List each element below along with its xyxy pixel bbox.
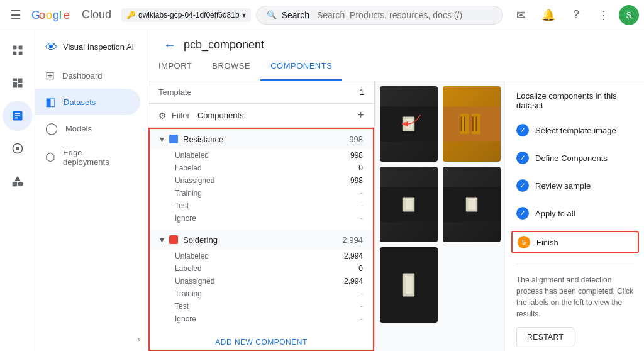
image-card-5[interactable] [380,247,438,323]
resistance-ignore-row: Ignore - [160,212,363,225]
sidebar-item-models[interactable] [3,133,33,164]
svg-point-14 [16,147,19,150]
svg-rect-24 [461,117,462,131]
topbar: ☰ G o o g l e Cloud 🔑 qwiklabs-gcp-04-1d… [0,0,644,30]
resistance-unassigned-row: Unassigned 998 [160,174,363,187]
tab-components[interactable]: COMPONENTS [260,52,342,81]
svg-rect-26 [464,117,465,131]
sidebar-item-edge-deployments[interactable] [3,166,33,196]
step-select-template: ✓ Select template image [516,120,634,140]
filter-value: Components [197,111,244,120]
help-icon[interactable]: ? [564,3,589,28]
nav-item-datasets-label: Datasets [64,98,96,107]
soldering-test-label: Test [175,302,189,311]
email-icon[interactable]: ✉ [508,3,533,28]
resistance-chevron-icon: ▾ [160,134,164,144]
soldering-unlabeled-row: Unlabeled 2,994 [160,250,363,262]
collapse-icon: ‹ [138,334,140,343]
image-card-1[interactable] [380,86,438,162]
step-check-2: ✓ [516,152,529,164]
component-header-resistance[interactable]: ▾ Resistance 998 [150,129,373,149]
main-content: ← pcb_component IMPORT BROWSE COMPONENTS… [148,30,644,351]
image-card-4[interactable] [443,167,501,242]
svg-rect-16 [12,182,17,187]
nav-item-models[interactable]: ◯ Models [35,115,140,142]
svg-point-15 [18,182,23,187]
menu-icon[interactable]: ☰ [5,3,26,28]
nav-item-datasets[interactable]: ◧ Datasets [35,89,140,115]
svg-rect-28 [474,117,475,131]
add-filter-button[interactable]: + [357,109,364,122]
google-cloud-logo: G o o g l e Cloud [31,8,111,23]
account-key-icon: 🔑 [126,11,136,20]
svg-text:g: g [53,9,59,21]
filter-label: Filter [172,111,190,120]
soldering-unassigned-label: Unassigned [175,277,214,286]
step-label-1: Select template image [535,126,616,135]
svg-rect-27 [472,117,474,131]
sidebar-item-apps[interactable] [3,35,33,65]
component-section-resistance: ▾ Resistance 998 Unlabeled 998 Labeled [150,129,373,230]
svg-rect-12 [13,82,17,87]
soldering-test-row: Test - [160,300,363,313]
sidebar-item-datasets[interactable] [3,101,33,131]
svg-rect-10 [13,79,17,81]
add-new-component-button[interactable]: ADD NEW COMPONENT [150,330,373,351]
image-card-3[interactable] [380,167,438,242]
components-panel: Template 1 ⚙ Filter Components + ▾ [148,81,375,351]
avatar[interactable]: S [619,5,639,25]
content-tabs: IMPORT BROWSE COMPONENTS [148,52,644,81]
breadcrumb-row: ← pcb_component [148,30,644,52]
step-label-4: Apply to all [535,209,575,218]
soldering-ignore-value: - [360,315,363,323]
svg-text:l: l [59,9,62,21]
tab-import[interactable]: IMPORT [148,52,202,81]
step-define-components: ✓ Define Components [516,148,634,168]
nav-item-edge-deployments[interactable]: ⬡ Edge deployments [35,142,140,173]
account-label: qwiklabs-gcp-04-1df0eff6d81b [138,11,240,20]
component-header-soldering[interactable]: ▾ Soldering 2,994 [150,230,373,250]
step-label-5: Finish [536,238,558,247]
soldering-ignore-row: Ignore - [160,313,363,325]
search-input[interactable] [317,10,492,20]
svg-rect-6 [13,46,16,50]
nav-collapse-button[interactable]: ‹ [35,326,148,351]
soldering-labeled-value: 0 [358,264,363,273]
resistance-color-box [169,135,178,143]
page-title: pcb_component [184,38,264,52]
search-bar[interactable]: 🔍 Search [256,6,503,25]
svg-rect-29 [475,117,477,131]
nav-item-dashboard[interactable]: ⊞ Dashboard [35,62,140,89]
sidebar-item-dashboard[interactable] [3,68,33,98]
svg-text:e: e [64,9,70,21]
notifications-icon[interactable]: 🔔 [536,3,561,28]
step-label-2: Define Components [535,153,608,163]
svg-rect-38 [405,276,412,294]
svg-rect-7 [18,46,22,50]
nav-item-models-label: Models [65,124,92,133]
tab-browse[interactable]: BROWSE [202,52,260,81]
more-options-icon[interactable]: ⋮ [591,3,616,28]
svg-rect-9 [18,52,22,55]
visual-inspection-icon: 👁 [45,40,58,55]
account-selector[interactable]: 🔑 qwiklabs-gcp-04-1df0eff6d81b ▾ [121,8,251,22]
dashboard-nav-icon: ⊞ [45,69,55,82]
resistance-labeled-label: Labeled [175,164,202,172]
soldering-training-row: Training - [160,287,363,300]
cloud-text: Cloud [82,8,111,21]
resistance-test-value: - [360,201,363,210]
resistance-name: Resistance [183,135,344,144]
search-icon: 🔍 [267,10,277,20]
resistance-training-label: Training [175,189,202,198]
svg-rect-19 [405,119,412,130]
step-review-sample: ✓ Review sample [516,176,634,196]
step-check-3: ✓ [516,179,529,192]
pcb-image-3-svg [380,167,438,242]
restart-button[interactable]: RESTART [516,327,574,347]
template-row: Template 1 [148,81,374,104]
image-card-2[interactable] [443,86,501,162]
resistance-unlabeled-value: 998 [350,151,363,160]
resistance-test-label: Test [175,201,189,210]
back-button[interactable]: ← [164,38,176,52]
soldering-details: Unlabeled 2,994 Labeled 0 Unassigned 2,9… [150,250,373,330]
